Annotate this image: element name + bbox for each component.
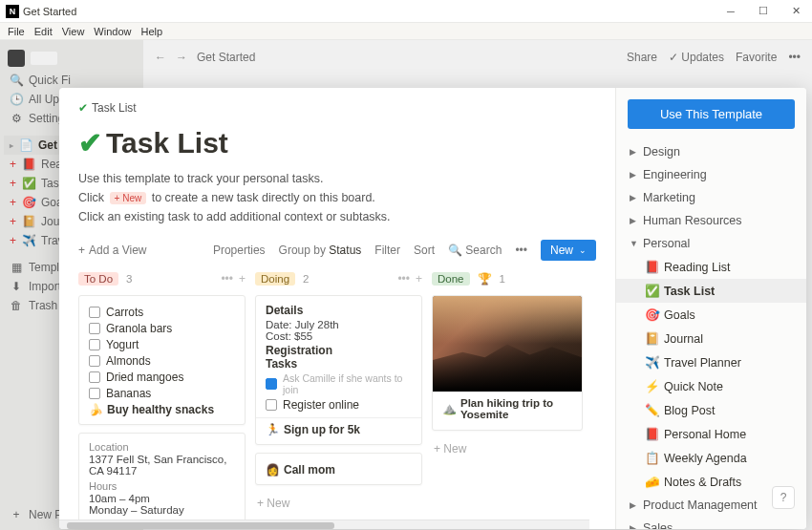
column-done: Done 🏆 1 ⛰️Plan hiking trip to Yosemite … xyxy=(432,270,583,529)
column-add[interactable]: + xyxy=(416,272,422,286)
help-button[interactable]: ? xyxy=(772,486,795,509)
updates-button[interactable]: ✓ Updates xyxy=(669,51,724,64)
checkbox[interactable] xyxy=(266,399,277,411)
window-title: Get Started xyxy=(23,6,76,17)
banana-icon: 🍌 xyxy=(89,403,103,416)
card-location[interactable]: Location 1377 Fell St, San Francisco, CA… xyxy=(78,433,246,524)
category-personal[interactable]: ▼Personal xyxy=(616,232,806,255)
add-view-button[interactable]: +Add a View xyxy=(78,244,147,257)
import-icon: ⬇ xyxy=(10,280,23,293)
close-button[interactable]: ✕ xyxy=(780,0,812,22)
checkbox[interactable] xyxy=(89,339,100,350)
category-design[interactable]: ▶Design xyxy=(616,140,806,163)
mountain-icon: ⛰️ xyxy=(442,402,457,415)
nav-back[interactable]: ← xyxy=(155,51,166,64)
template-item[interactable]: 🎯Goals xyxy=(616,303,806,327)
page-title: ✔Task List xyxy=(78,126,596,159)
search-icon: 🔍 xyxy=(10,74,23,87)
sort-button[interactable]: Sort xyxy=(414,244,435,257)
workspace-logo xyxy=(8,50,25,67)
view-toolbar: +Add a View Properties Group by Status F… xyxy=(78,240,596,261)
favorite-button[interactable]: Favorite xyxy=(736,51,777,64)
trophy-icon: 🏆 xyxy=(478,272,492,286)
template-item[interactable]: ✅Task List xyxy=(616,279,806,303)
nav-forward[interactable]: → xyxy=(176,51,187,64)
more-button[interactable]: ••• xyxy=(788,51,801,64)
gear-icon: ⚙ xyxy=(10,112,23,125)
clock-icon: 🕒 xyxy=(10,93,23,106)
search-button[interactable]: 🔍 Search xyxy=(448,244,502,257)
trash-icon: 🗑 xyxy=(10,299,23,312)
person-icon: 👩 xyxy=(266,463,280,477)
page-description: Use this template to track your personal… xyxy=(78,169,596,226)
check-icon: ✔ xyxy=(78,126,102,159)
checkbox[interactable] xyxy=(89,323,100,334)
status-tag-doing[interactable]: Doing xyxy=(255,272,295,286)
column-doing: Doing 2 •••+ Details Date: July 28th Cos… xyxy=(255,270,422,529)
template-sidebar: Use This Template ▶Design ▶Engineering ▶… xyxy=(615,88,806,529)
app-icon: N xyxy=(6,5,19,18)
maximize-button[interactable]: ☐ xyxy=(747,0,780,22)
checkbox[interactable] xyxy=(266,378,277,390)
column-count: 1 xyxy=(500,273,505,285)
more-button[interactable]: ••• xyxy=(515,244,527,257)
menu-help[interactable]: Help xyxy=(140,26,162,37)
workspace-name xyxy=(31,52,57,65)
column-add[interactable]: + xyxy=(239,272,246,286)
horizontal-scrollbar[interactable] xyxy=(59,519,589,529)
menu-edit[interactable]: Edit xyxy=(34,26,53,37)
category-engineering[interactable]: ▶Engineering xyxy=(616,163,806,186)
add-card[interactable]: + New xyxy=(255,493,422,514)
category-sales[interactable]: ▶Sales xyxy=(616,517,806,529)
template-item[interactable]: ✏️Blog Post xyxy=(616,398,806,422)
status-tag-todo[interactable]: To Do xyxy=(78,272,118,286)
use-template-button[interactable]: Use This Template xyxy=(628,99,795,129)
checkbox[interactable] xyxy=(89,355,100,367)
column-todo: To Do 3 •••+ Carrots Granola bars Yogurt… xyxy=(78,270,246,529)
new-tag: + New xyxy=(110,192,147,204)
group-by-button[interactable]: Group by Status xyxy=(279,244,362,257)
template-item[interactable]: 📕Reading List xyxy=(616,255,806,279)
properties-button[interactable]: Properties xyxy=(213,244,266,257)
breadcrumb[interactable]: Get Started xyxy=(197,51,617,64)
share-button[interactable]: Share xyxy=(627,51,657,64)
runner-icon: 🏃 xyxy=(266,423,280,436)
column-more[interactable]: ••• xyxy=(397,272,410,286)
template-item[interactable]: 📔Journal xyxy=(616,327,806,350)
template-modal: ✔Task List ✔Task List Use this template … xyxy=(59,88,806,529)
card-yosemite[interactable]: ⛰️Plan hiking trip to Yosemite xyxy=(432,295,583,431)
template-item[interactable]: ⚡Quick Note xyxy=(616,374,806,398)
checkbox[interactable] xyxy=(89,371,100,383)
add-card[interactable]: + New xyxy=(432,438,583,459)
menubar: File Edit View Window Help xyxy=(0,23,812,40)
card-signup-5k[interactable]: Details Date: July 28th Cost: $55 Regist… xyxy=(255,295,422,445)
menu-window[interactable]: Window xyxy=(94,26,131,37)
chevron-down-icon: ⌄ xyxy=(579,245,587,255)
category-marketing[interactable]: ▶Marketing xyxy=(616,186,806,209)
card-cover-image xyxy=(433,296,582,392)
menu-file[interactable]: File xyxy=(8,26,25,37)
modal-breadcrumb[interactable]: ✔Task List xyxy=(78,101,596,115)
checkbox[interactable] xyxy=(89,388,100,399)
plus-icon: + xyxy=(78,244,85,257)
sidebar-quick-find[interactable]: 🔍Quick Fi xyxy=(4,71,139,90)
category-hr[interactable]: ▶Human Resources xyxy=(616,209,806,232)
template-item[interactable]: 📕Personal Home xyxy=(616,422,806,446)
kanban-board: To Do 3 •••+ Carrots Granola bars Yogurt… xyxy=(78,270,596,529)
card-buy-snacks[interactable]: Carrots Granola bars Yogurt Almonds Drie… xyxy=(78,295,246,425)
template-item[interactable]: ✈️Travel Planner xyxy=(616,350,806,374)
menu-view[interactable]: View xyxy=(62,26,85,37)
column-count: 2 xyxy=(303,273,309,285)
check-icon: ✔ xyxy=(78,101,88,115)
filter-button[interactable]: Filter xyxy=(374,244,400,257)
status-tag-done[interactable]: Done xyxy=(432,272,470,286)
template-icon: ▦ xyxy=(10,261,23,274)
card-call-mom[interactable]: 👩Call mom xyxy=(255,453,422,485)
column-more[interactable]: ••• xyxy=(221,272,233,286)
column-count: 3 xyxy=(126,273,132,285)
checkbox[interactable] xyxy=(89,307,100,318)
minimize-button[interactable]: ─ xyxy=(715,0,747,22)
new-button[interactable]: New⌄ xyxy=(541,240,596,261)
template-item[interactable]: 📋Weekly Agenda xyxy=(616,446,806,470)
workspace-switcher[interactable] xyxy=(4,46,139,71)
